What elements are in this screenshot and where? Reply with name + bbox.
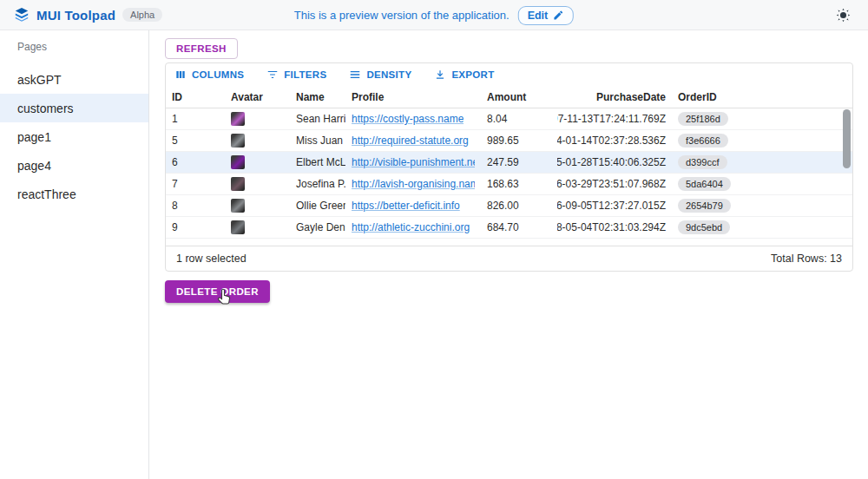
orderid-chip: 9dc5ebd	[678, 220, 730, 234]
sidebar-item-page1[interactable]: page1	[0, 122, 148, 151]
grid-spacer	[166, 239, 852, 246]
cell-avatar	[225, 108, 290, 129]
cell-profile: http://required-statute.org	[345, 130, 481, 151]
mui-toolpad-logo-icon	[14, 7, 30, 23]
app-bar: MUI Toolpad Alpha This is a preview vers…	[0, 0, 868, 30]
cell-avatar	[225, 217, 290, 238]
cell-amount: 247.59	[481, 152, 557, 173]
cell-id: 7	[166, 174, 225, 194]
column-header-purchasedate[interactable]: PurchaseDate	[557, 86, 672, 108]
column-header-id[interactable]: ID	[166, 86, 225, 108]
cell-purchasedate: 2014-01-14T02:37:28.536Z	[557, 130, 672, 151]
cell-name: Gayle Den...	[290, 217, 345, 238]
grid-footer: 1 row selected Total Rows: 13	[166, 246, 852, 271]
filters-button-label: FILTERS	[284, 69, 326, 80]
profile-link[interactable]: https://costly-pass.name	[352, 113, 464, 125]
columns-button-label: COLUMNS	[192, 69, 244, 80]
cell-id: 6	[166, 152, 225, 173]
selection-status: 1 row selected	[176, 253, 247, 265]
edit-button-label: Edit	[528, 10, 549, 22]
refresh-button[interactable]: REFRESH	[165, 38, 238, 59]
cell-profile: http://visible-punishment.net	[345, 152, 481, 173]
cell-id: 5	[166, 130, 225, 151]
sidebar-item-page4[interactable]: page4	[0, 151, 148, 180]
orderid-chip: 2654b79	[678, 199, 731, 213]
profile-link[interactable]: http://visible-punishment.net	[352, 156, 475, 168]
cell-amount: 989.65	[481, 130, 557, 151]
avatar	[231, 112, 245, 126]
vertical-scrollbar[interactable]	[843, 109, 851, 168]
column-header-profile[interactable]: Profile	[345, 86, 481, 108]
column-header-orderid[interactable]: OrderID	[672, 86, 842, 108]
grid-toolbar: COLUMNS FILTERS DENSITY	[166, 63, 852, 86]
cell-orderid: d399ccf	[672, 152, 842, 173]
cell-profile: https://costly-pass.name	[345, 108, 481, 129]
sidebar-item-label: askGPT	[17, 73, 62, 87]
sidebar-nav-list: askGPT customers page1 page4 reactThree	[0, 65, 148, 208]
orderid-chip: 25f186d	[678, 112, 728, 126]
cell-purchasedate: 2045-01-28T15:40:06.325Z	[557, 152, 672, 173]
export-button-label: EXPORT	[451, 69, 494, 80]
density-button[interactable]: DENSITY	[349, 69, 411, 81]
profile-link[interactable]: http://required-statute.org	[352, 135, 469, 147]
cell-amount: 168.63	[481, 174, 557, 194]
cell-avatar	[225, 195, 290, 216]
sidebar-item-label: page4	[17, 159, 51, 173]
brand: MUI Toolpad Alpha	[14, 7, 162, 23]
download-icon	[434, 69, 446, 81]
delete-order-button[interactable]: DELETE ORDER	[165, 280, 270, 303]
cell-orderid: 9dc5ebd	[672, 217, 842, 238]
grid-header-row: ID Avatar Name Profile Amount PurchaseDa…	[166, 86, 852, 108]
column-header-avatar[interactable]: Avatar	[225, 86, 290, 108]
column-header-amount[interactable]: Amount	[481, 86, 557, 108]
columns-icon	[174, 69, 187, 81]
orderid-chip: d399ccf	[678, 155, 727, 169]
table-row[interactable]: 7 Josefina P... http://lavish-organising…	[166, 174, 852, 195]
sidebar-item-label: reactThree	[17, 187, 76, 201]
table-row[interactable]: 5 Miss Juan ... http://required-statute.…	[166, 130, 852, 152]
density-icon	[349, 69, 361, 81]
cell-name: Ollie Green...	[290, 195, 345, 216]
cell-name: Josefina P...	[290, 174, 345, 194]
table-row[interactable]: 6 Elbert McL... http://visible-punishmen…	[166, 152, 852, 174]
edit-button[interactable]: Edit	[518, 6, 575, 25]
sidebar-item-askGPT[interactable]: askGPT	[0, 65, 148, 94]
profile-link[interactable]: http://athletic-zucchini.org	[352, 221, 470, 233]
data-grid: COLUMNS FILTERS DENSITY	[165, 62, 853, 272]
sidebar-item-label: page1	[17, 130, 51, 144]
avatar	[231, 220, 245, 234]
orderid-chip: f3e6666	[678, 134, 728, 148]
cell-profile: https://better-deficit.info	[345, 195, 481, 216]
filter-icon	[266, 69, 279, 81]
profile-link[interactable]: https://better-deficit.info	[352, 200, 460, 212]
cell-id: 9	[166, 217, 225, 238]
cell-id: 8	[166, 195, 225, 216]
preview-banner-text: This is a preview version of the applica…	[294, 9, 510, 22]
cell-purchasedate: 1997-11-13T17:24:11.769Z	[557, 108, 672, 129]
sidebar-item-customers[interactable]: customers	[0, 94, 148, 122]
cell-name: Miss Juan ...	[290, 130, 345, 151]
density-button-label: DENSITY	[366, 69, 411, 80]
cell-amount: 684.70	[481, 217, 557, 238]
cell-avatar	[225, 130, 290, 151]
column-header-name[interactable]: Name	[290, 86, 345, 108]
filters-button[interactable]: FILTERS	[266, 69, 326, 81]
theme-toggle-button[interactable]	[832, 4, 854, 26]
table-row[interactable]: 8 Ollie Green... https://better-deficit.…	[166, 195, 852, 217]
columns-button[interactable]: COLUMNS	[174, 69, 244, 81]
table-row[interactable]: 9 Gayle Den... http://athletic-zucchini.…	[166, 217, 852, 239]
export-button[interactable]: EXPORT	[434, 69, 494, 81]
cell-avatar	[225, 152, 290, 173]
sun-icon	[836, 8, 851, 23]
table-row[interactable]: 1 Sean Harris https://costly-pass.name 8…	[166, 108, 852, 130]
cell-orderid: 5da6404	[672, 174, 842, 194]
orderid-chip: 5da6404	[678, 177, 731, 191]
sidebar-item-reactThree[interactable]: reactThree	[0, 180, 148, 208]
profile-link[interactable]: http://lavish-organising.name	[352, 178, 475, 190]
cell-profile: http://lavish-organising.name	[345, 174, 481, 194]
cell-purchasedate: 2086-09-05T12:37:27.015Z	[557, 195, 672, 216]
sidebar-item-label: customers	[17, 102, 74, 115]
avatar	[231, 134, 245, 148]
cell-purchasedate: 2076-03-29T23:51:07.968Z	[557, 174, 672, 194]
cell-orderid: f3e6666	[672, 130, 842, 151]
